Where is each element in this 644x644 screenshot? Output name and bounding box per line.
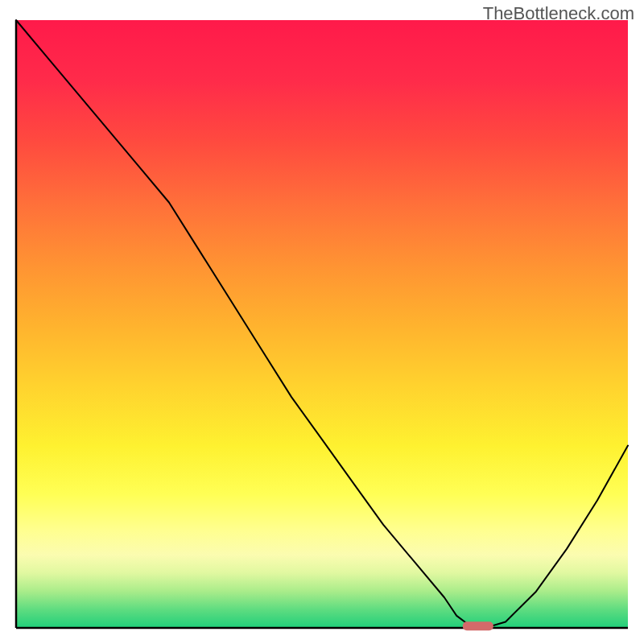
watermark-label: TheBottleneck.com bbox=[483, 3, 634, 24]
bottleneck-chart bbox=[0, 0, 644, 644]
optimal-marker bbox=[463, 621, 493, 630]
chart-background bbox=[16, 20, 628, 628]
